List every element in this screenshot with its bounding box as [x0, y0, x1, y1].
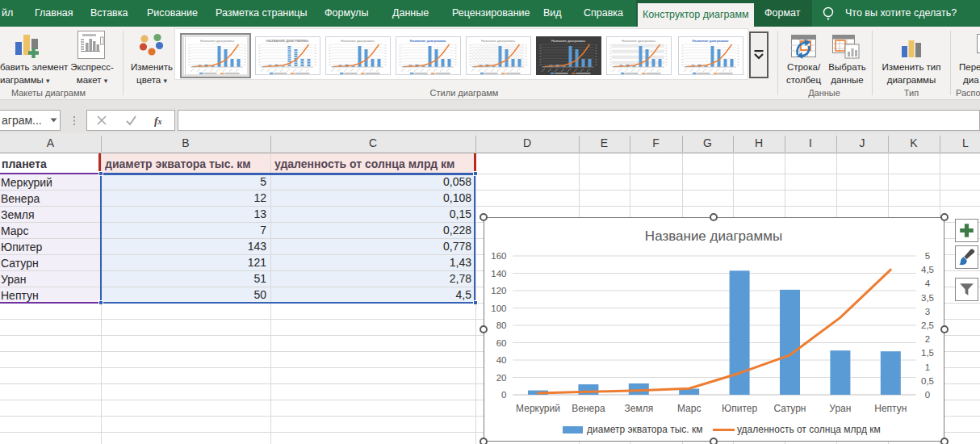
svg-text:Название диаграммы: Название диаграммы: [409, 39, 446, 43]
svg-text:Название диаграммы: Название диаграммы: [341, 39, 375, 43]
svg-text:Название диаграммы: Название диаграммы: [622, 39, 655, 43]
svg-text:Марс: Марс: [677, 403, 701, 414]
svg-text:Название диаграммы: Название диаграммы: [692, 39, 728, 43]
svg-text:диаметр экватора тыс. км: диаметр экватора тыс. км: [587, 424, 702, 435]
svg-text:100: 100: [491, 304, 506, 313]
svg-text:120: 120: [491, 286, 506, 295]
svg-text:2,5: 2,5: [921, 320, 934, 330]
svg-text:Название диаграммы: Название диаграммы: [551, 39, 585, 43]
svg-text:Уран: Уран: [829, 403, 851, 414]
svg-text:0: 0: [501, 390, 506, 400]
svg-text:60: 60: [496, 338, 507, 348]
svg-text:40: 40: [496, 355, 507, 365]
svg-text:4,5: 4,5: [921, 265, 934, 274]
svg-text:удаленность от солнца млрд км: удаленность от солнца млрд км: [737, 424, 881, 435]
svg-text:4: 4: [925, 279, 931, 288]
svg-text:Юпитер: Юпитер: [722, 403, 757, 414]
svg-text:0,5: 0,5: [921, 376, 934, 386]
svg-text:160: 160: [491, 251, 506, 261]
svg-text:1: 1: [925, 362, 930, 372]
svg-text:140: 140: [491, 269, 506, 279]
svg-text:Меркурий: Меркурий: [516, 403, 560, 414]
svg-text:Венера: Венера: [572, 403, 605, 414]
svg-text:Земля: Земля: [624, 403, 653, 414]
svg-text:20: 20: [496, 373, 507, 383]
svg-text:5: 5: [925, 251, 930, 261]
svg-text:1,5: 1,5: [921, 348, 934, 358]
svg-text:Нептун: Нептун: [874, 403, 907, 414]
svg-text:3: 3: [925, 307, 930, 316]
svg-text:НАЗВАНИЕ ДИАГРАММЫ: НАЗВАНИЕ ДИАГРАММЫ: [266, 39, 308, 43]
svg-text:Сатурн: Сатурн: [773, 403, 806, 414]
svg-text:80: 80: [496, 320, 507, 330]
svg-text:0: 0: [925, 390, 930, 400]
svg-text:Название диаграммы: Название диаграммы: [481, 39, 515, 43]
svg-text:Название диаграммы: Название диаграммы: [645, 228, 782, 244]
svg-text:2: 2: [925, 334, 930, 344]
svg-text:3,5: 3,5: [921, 293, 934, 303]
